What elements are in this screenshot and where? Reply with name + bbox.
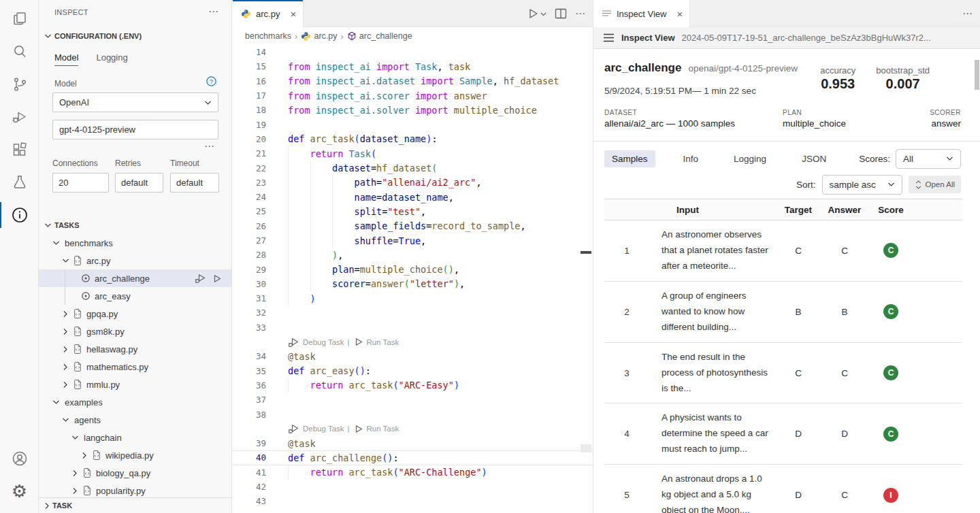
sample-row-5[interactable]: 5An astronaut drops a 1.0 kg object and … (604, 465, 962, 513)
split-editor-icon[interactable] (555, 8, 567, 19)
tab-json[interactable]: JSON (794, 150, 834, 167)
code-line-37[interactable]: 37 (233, 393, 593, 407)
menu-icon[interactable] (603, 33, 615, 42)
close-icon[interactable]: × (290, 9, 296, 19)
tab-inspect-view[interactable]: Inspect View × (593, 0, 690, 27)
code-line-18[interactable]: 18from inspect_ai.solver import multiple… (233, 103, 593, 117)
tree-item-hellaswag-py[interactable]: hellaswag.py (39, 340, 231, 358)
code-line-42[interactable]: 42 (233, 480, 593, 494)
activity-bar-run-debug-icon[interactable] (0, 101, 39, 133)
help-icon[interactable]: ? (206, 76, 216, 86)
tab-model[interactable]: Model (54, 52, 78, 66)
tab-arc-py[interactable]: arc.py × (233, 0, 304, 27)
run-task-icon[interactable] (212, 274, 222, 284)
task-section-header[interactable]: TASK (39, 497, 231, 513)
breadcrumb-benchmarks[interactable]: benchmarks (245, 31, 291, 41)
tree-item-gsm8k-py[interactable]: gsm8k.py (39, 322, 231, 340)
tree-item-arc-challenge[interactable]: arc_challenge (39, 269, 231, 287)
scrollbar-thumb[interactable] (975, 60, 979, 90)
sidebar-more-icon[interactable]: ⋯ (208, 5, 219, 18)
debug-task-icon[interactable] (195, 273, 206, 284)
code-line-31[interactable]: 31 ) (233, 291, 593, 305)
breadcrumb-arc-py[interactable]: arc.py (301, 31, 337, 42)
sample-row-4[interactable]: 4A physicist wants to determine the spee… (604, 403, 962, 465)
model-name-input[interactable] (59, 125, 212, 135)
retries-input[interactable] (121, 178, 157, 188)
tasks-section-header[interactable]: TASKS (44, 221, 79, 229)
code-line-14[interactable]: 14 (233, 45, 593, 59)
code-line-23[interactable]: 23 path="allenai/ai2_arc", (233, 176, 593, 190)
run-task-icon[interactable] (353, 337, 363, 347)
connections-input[interactable] (59, 178, 103, 188)
code-lens-run-label[interactable]: Run Task (367, 425, 399, 433)
sample-row-2[interactable]: 2A group of engineers wanted to know how… (604, 282, 962, 343)
code-line-35[interactable]: 35def arc_easy(): (233, 364, 593, 378)
debug-task-icon[interactable] (288, 337, 299, 348)
configuration-section-header[interactable]: CONFIGURATION (.ENV) (44, 32, 142, 40)
scores-select[interactable]: All (896, 149, 961, 169)
code-lens[interactable]: Debug Task|Run Task (233, 335, 593, 349)
code-line-34[interactable]: 34@task (233, 349, 593, 363)
tree-item-langchain[interactable]: langchain (39, 429, 231, 446)
tree-item-gpqa-py[interactable]: gpqa.py (39, 305, 231, 322)
code-editor[interactable]: 1415from inspect_ai import Task, task16f… (233, 45, 593, 513)
sample-row-3[interactable]: 3The end result in the process of photos… (604, 343, 962, 404)
run-button[interactable] (527, 7, 546, 20)
tree-item-examples[interactable]: examples (39, 393, 231, 411)
activity-bar-testing-icon[interactable] (0, 166, 39, 199)
tree-item-agents[interactable]: agents (39, 411, 231, 429)
tree-item-mathematics-py[interactable]: mathematics.py (39, 358, 231, 376)
activity-bar-account-icon[interactable] (0, 442, 39, 475)
code-line-39[interactable]: 39@task (233, 436, 593, 450)
activity-bar-extensions-icon[interactable] (0, 133, 39, 166)
activity-bar-source-control-icon[interactable] (0, 68, 39, 101)
breadcrumb-arc-challenge[interactable]: arc_challenge (347, 31, 412, 41)
overview-ruler[interactable] (581, 45, 591, 513)
debug-task-icon[interactable] (288, 423, 299, 434)
code-line-43[interactable]: 43 (233, 494, 593, 508)
tab-logging[interactable]: Logging (726, 150, 774, 167)
code-line-20[interactable]: 20def arc_task(dataset_name): (233, 132, 593, 146)
activity-bar-info-icon[interactable] (0, 199, 39, 231)
code-line-36[interactable]: 36 return arc_task("ARC-Easy") (233, 378, 593, 393)
code-line-22[interactable]: 22 dataset=hf_dataset( (233, 161, 593, 175)
activity-bar-search-icon[interactable] (0, 35, 39, 68)
open-all-button[interactable]: Open All (909, 176, 961, 193)
code-line-33[interactable]: 33 (233, 320, 593, 335)
code-line-15[interactable]: 15from inspect_ai import Task, task (233, 59, 593, 73)
sample-row-1[interactable]: 1An astronomer observes that a planet ro… (604, 220, 962, 282)
provider-select[interactable]: OpenAI (52, 93, 218, 112)
tab-samples[interactable]: Samples (604, 150, 655, 167)
tree-item-wikipedia-py[interactable]: wikipedia.py (39, 446, 231, 464)
code-line-30[interactable]: 30 scorer=answer("letter"), (233, 277, 593, 291)
code-line-26[interactable]: 26 sample_fields=record_to_sample, (233, 219, 593, 233)
code-line-38[interactable]: 38 (233, 407, 593, 421)
tree-item-benchmarks[interactable]: benchmarks (39, 234, 231, 252)
activity-bar-files-icon[interactable] (0, 3, 39, 35)
code-lens-debug-label[interactable]: Debug Task (303, 338, 344, 346)
tree-item-biology-qa-py[interactable]: biology_qa.py (39, 464, 231, 482)
code-lens-run-label[interactable]: Run Task (367, 338, 399, 346)
panel-more-icon[interactable]: ⋯ (962, 7, 973, 20)
code-line-27[interactable]: 27 shuffle=True, (233, 233, 593, 248)
code-line-28[interactable]: 28 ), (233, 248, 593, 262)
code-line-41[interactable]: 41 return arc_task("ARC-Challenge") (233, 465, 593, 480)
editor-more-icon[interactable]: ⋯ (575, 7, 586, 20)
code-line-29[interactable]: 29 plan=multiple_choice(), (233, 262, 593, 276)
tree-item-arc-py[interactable]: arc.py (39, 252, 231, 269)
run-task-icon[interactable] (353, 424, 363, 434)
timeout-input[interactable] (176, 178, 213, 188)
code-line-32[interactable]: 32 (233, 305, 593, 320)
code-line-24[interactable]: 24 name=dataset_name, (233, 190, 593, 204)
code-lens[interactable]: Debug Task|Run Task (233, 422, 593, 436)
log-file-name[interactable]: 2024-05-09T17-19-51_arc-challenge_beSzAz… (682, 33, 970, 43)
model-more-icon[interactable]: ⋯ (204, 140, 215, 152)
sort-select[interactable]: sample asc (822, 175, 902, 195)
code-line-25[interactable]: 25 split="test", (233, 204, 593, 218)
code-line-16[interactable]: 16from inspect_ai.dataset import Sample,… (233, 74, 593, 88)
code-line-21[interactable]: 21 return Task( (233, 146, 593, 161)
tree-item-arc-easy[interactable]: arc_easy (39, 287, 231, 305)
tab-info[interactable]: Info (676, 150, 706, 167)
code-lens-debug-label[interactable]: Debug Task (303, 425, 344, 433)
code-line-19[interactable]: 19 (233, 117, 593, 131)
